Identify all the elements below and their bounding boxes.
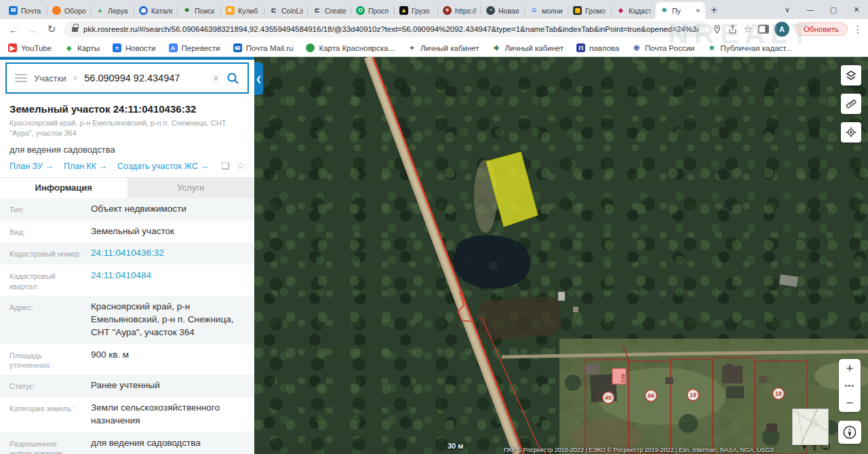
info-row-value: Земли сельскохозяйственного назначения: [91, 402, 245, 428]
browser-menu-icon[interactable]: ⋮: [853, 24, 861, 35]
zoom-more-button[interactable]: •••: [839, 377, 861, 394]
page-content: Участки ∨ ✕ Земельный участок 24:11:0410…: [0, 57, 868, 454]
zoom-in-button[interactable]: +: [839, 359, 861, 377]
tab-label: Почта: [21, 7, 43, 15]
info-row-value: Земельный участок: [91, 225, 245, 238]
tab-favicon: ◈: [616, 6, 625, 15]
info-row-label: Адрес:: [9, 301, 91, 339]
url-bar[interactable]: pkk.rosreestr.ru/#/search/56.09064639832…: [64, 21, 707, 37]
info-rows: Тип:Объект недвижимостиВид:Земельный уча…: [0, 198, 254, 454]
bookmark-favicon: ✦: [408, 43, 416, 52]
profile-avatar[interactable]: A: [774, 22, 789, 37]
tab-favicon: [52, 6, 61, 15]
parcel-number-badge: 18: [773, 388, 785, 400]
parcel-link[interactable]: План КК →: [64, 162, 107, 171]
tab-label: Кулиб: [238, 7, 260, 15]
window-controls: ∨ — ▢ ✕: [776, 0, 868, 19]
bookmark-item[interactable]: ✠Почта России: [632, 43, 694, 52]
compass-icon: [842, 425, 857, 440]
measure-button[interactable]: [841, 94, 861, 114]
browser-tab[interactable]: ▦Громо: [568, 2, 612, 19]
tab-close-icon[interactable]: ✕: [695, 7, 701, 14]
location-pin-icon[interactable]: [712, 24, 722, 35]
info-row-value: Объект недвижимости: [91, 203, 245, 216]
similar-search-icon[interactable]: ❏: [221, 160, 230, 171]
browser-tab[interactable]: ◔Новая: [481, 2, 525, 19]
bookmark-favicon: ◆: [64, 43, 73, 52]
close-button[interactable]: ✕: [845, 0, 868, 19]
parcel-link[interactable]: План ЗУ →: [9, 162, 54, 171]
bookmark-label: Личный кабинет: [420, 44, 479, 52]
browser-tab[interactable]: ⊏Create: [308, 2, 351, 19]
chrome-update-button[interactable]: Обновить: [795, 22, 848, 36]
tab-strip: ✉ПочтаОборо▲Леруа◉Катало❖ПоискKКулиб⊏Coi…: [4, 2, 705, 19]
browser-tab[interactable]: Оборо: [47, 2, 91, 19]
info-row: Адрес:Красноярский край, р-н Емельяновск…: [0, 296, 254, 344]
tab-label: молни: [542, 7, 564, 15]
sidebar-accent-bar: [0, 57, 254, 60]
bookmark-favicon: ✉: [233, 43, 242, 52]
bookmark-star-icon[interactable]: ☆: [743, 23, 752, 35]
browser-tab[interactable]: OПросп: [351, 2, 395, 19]
info-row-value[interactable]: 24:11:0410436:32: [91, 247, 245, 260]
bookmark-item[interactable]: AПеревести: [169, 43, 220, 52]
lock-icon[interactable]: [72, 27, 78, 32]
url-text[interactable]: pkk.rosreestr.ru/#/search/56.09064639832…: [83, 25, 698, 33]
bookmark-item[interactable]: Ппавлова: [576, 43, 619, 52]
bookmark-item[interactable]: Карта Красноярска...: [306, 43, 395, 52]
tab-favicon: ✦: [443, 6, 452, 15]
browser-tab[interactable]: KКулиб: [221, 2, 264, 19]
browser-tab[interactable]: ✉Почта: [4, 2, 47, 19]
tab-search-icon[interactable]: ∨: [776, 0, 799, 19]
svg-text:40: 40: [605, 394, 612, 401]
sidebar-collapse-button[interactable]: ❮: [254, 62, 263, 95]
maximize-button[interactable]: ▢: [822, 0, 845, 19]
back-button[interactable]: ←: [7, 24, 20, 35]
menu-icon[interactable]: [15, 72, 27, 84]
reload-button[interactable]: ↻: [45, 23, 58, 35]
search-input[interactable]: [84, 73, 205, 83]
chevron-down-icon[interactable]: ∨: [73, 75, 78, 81]
browser-tab[interactable]: ⊏CoinLis: [264, 2, 308, 19]
compass-button[interactable]: [838, 421, 861, 444]
browser-tab[interactable]: ✦https://: [438, 2, 481, 19]
browser-tab[interactable]: Gмолни: [525, 2, 568, 19]
map-canvas[interactable]: 40661918126 ❮ + ••• − 30 м: [254, 57, 868, 454]
browser-tab[interactable]: ◈Кадаст: [612, 2, 655, 19]
layers-button[interactable]: [841, 65, 861, 86]
browser-tab[interactable]: ▲Грузо: [395, 2, 438, 19]
tab-label: Пу: [672, 7, 692, 15]
tab-services[interactable]: Услуги: [127, 178, 255, 198]
bookmark-item[interactable]: ✉Почта Mail.ru: [233, 43, 294, 52]
bookmark-item[interactable]: ✦Личный кабинет: [408, 43, 479, 52]
browser-tab[interactable]: ▲Леруа: [91, 2, 134, 19]
parcel-link[interactable]: Создать участок ЖС →: [117, 162, 209, 171]
locate-button[interactable]: [841, 122, 861, 143]
clear-search-icon[interactable]: ✕: [212, 73, 220, 83]
share-icon[interactable]: [728, 24, 738, 35]
zoom-out-button[interactable]: −: [839, 394, 861, 412]
browser-tab[interactable]: ❋Пу✕: [655, 2, 705, 19]
search-icon[interactable]: [226, 72, 239, 85]
side-panel-icon[interactable]: [758, 24, 769, 34]
bookmark-item[interactable]: ◆Карты: [64, 43, 100, 52]
tab-label: CoinLis: [281, 7, 303, 15]
minimize-button[interactable]: —: [799, 0, 822, 19]
bookmark-item[interactable]: ✤Личный кабинет: [492, 43, 564, 52]
bookmark-item[interactable]: ▶YouTube: [8, 43, 52, 52]
forward-button[interactable]: →: [26, 24, 39, 35]
info-row-value[interactable]: 24:11:0410484: [91, 269, 245, 291]
browser-window: ✉ПочтаОборо▲Леруа◉Катало❖ПоискKКулиб⊏Coi…: [0, 0, 868, 454]
bookmark-item[interactable]: ≡Новости: [113, 43, 156, 52]
tab-label: Громо: [585, 7, 607, 15]
search-category-dropdown[interactable]: Участки: [34, 73, 66, 83]
favorite-star-icon[interactable]: ☆: [236, 160, 245, 171]
tab-information[interactable]: Информация: [0, 178, 127, 198]
parcel-usage: для ведения садоводства: [9, 145, 245, 155]
overview-minimap[interactable]: [792, 409, 829, 445]
new-tab-button[interactable]: +: [705, 1, 723, 19]
tab-favicon: ✉: [9, 6, 18, 15]
bookmark-item[interactable]: ❋Публичная кадаст...: [707, 43, 792, 52]
browser-tab[interactable]: ◉Катало: [134, 2, 178, 19]
browser-tab[interactable]: ❖Поиск: [178, 2, 221, 19]
